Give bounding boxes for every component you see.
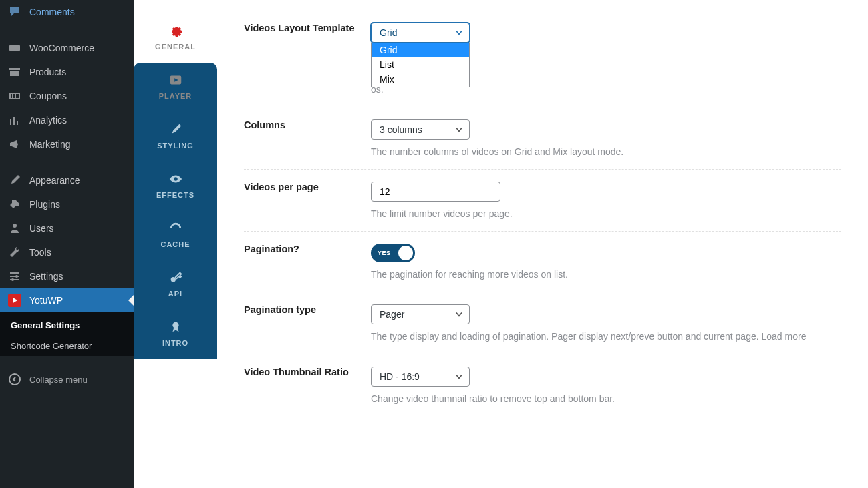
menu-appearance[interactable]: Appearance (0, 168, 134, 192)
play-icon (8, 294, 21, 307)
pagination-toggle[interactable]: YES (371, 244, 415, 262)
tab-label: CACHE (160, 240, 190, 248)
svg-point-1 (13, 224, 17, 228)
menu-label: Users (29, 223, 54, 234)
pagination-type-select[interactable]: Pager (371, 304, 470, 324)
chart-icon (8, 113, 21, 127)
menu-woocommerce[interactable]: WooCommerce (0, 36, 134, 60)
option-list[interactable]: List (372, 57, 469, 72)
option-mix[interactable]: Mix (372, 72, 469, 87)
menu-analytics[interactable]: Analytics (0, 108, 134, 132)
svg-point-8 (172, 322, 178, 328)
svg-point-2 (11, 272, 14, 274)
tab-label: EFFECTS (156, 191, 194, 199)
field-label: Pagination? (244, 244, 371, 280)
svg-point-4 (11, 278, 14, 281)
field-desc: The pagination for reaching more videos … (371, 269, 841, 280)
toggle-knob (398, 246, 413, 260)
tab-player[interactable]: PLAYER (134, 63, 217, 112)
key-icon (168, 270, 184, 286)
megaphone-icon (8, 138, 21, 151)
sliders-icon (8, 270, 21, 283)
select-value[interactable]: Grid (371, 23, 470, 43)
menu-tools[interactable]: Tools (0, 240, 134, 264)
select-value[interactable]: 3 columns (371, 119, 470, 140)
menu-label: Coupons (29, 91, 67, 101)
brush-icon (168, 121, 184, 138)
toggle-state: YES (378, 250, 391, 256)
perpage-input[interactable] (371, 182, 500, 202)
menu-label: Appearance (29, 175, 80, 186)
svg-point-7 (170, 277, 175, 282)
gear-icon (168, 23, 184, 39)
tab-label: STYLING (157, 142, 194, 150)
row-thumb-ratio: Video Thumbnail Ratio HD - 16:9 Change v… (244, 354, 841, 416)
yotu-tabs: GENERAL PLAYER STYLING EFFECTS CACHE API… (134, 0, 217, 488)
collapse-label: Collapse menu (29, 375, 88, 385)
tab-effects[interactable]: EFFECTS (134, 162, 217, 211)
menu-coupons[interactable]: Coupons (0, 84, 134, 108)
comment-icon (8, 5, 21, 19)
submenu-shortcode-generator[interactable]: Shortcode Generator (0, 336, 134, 356)
row-pagination: Pagination? YES The pagination for reach… (244, 232, 841, 292)
menu-plugins[interactable]: Plugins (0, 192, 134, 216)
menu-label: YotuWP (29, 295, 63, 306)
tab-label: GENERAL (155, 43, 196, 51)
svg-point-5 (9, 374, 20, 385)
menu-marketing[interactable]: Marketing (0, 132, 134, 156)
tab-intro[interactable]: INTRO (134, 310, 217, 359)
select-value[interactable]: HD - 16:9 (371, 367, 470, 387)
menu-label: Settings (29, 271, 63, 282)
row-columns: Columns 3 columns The number columns of … (244, 107, 841, 170)
svg-rect-0 (9, 45, 20, 51)
user-icon (8, 222, 21, 235)
menu-label: Comments (29, 7, 75, 17)
award-icon (168, 319, 184, 335)
tab-label: INTRO (162, 339, 188, 347)
field-label: Videos Layout Template (244, 23, 371, 95)
layout-select[interactable]: Grid Grid List Mix (371, 23, 470, 43)
select-value[interactable]: Pager (371, 304, 470, 324)
collapse-menu[interactable]: Collapse menu (0, 366, 134, 393)
row-pagination-type: Pagination type Pager The type display a… (244, 292, 841, 354)
menu-label: Products (29, 67, 66, 77)
eye-icon (168, 171, 184, 187)
menu-label: Analytics (29, 115, 67, 126)
svg-point-3 (15, 275, 18, 278)
menu-yotuwp[interactable]: YotuWP (0, 288, 134, 312)
thumb-ratio-select[interactable]: HD - 16:9 (371, 367, 470, 387)
submenu-general-settings[interactable]: General Settings (0, 312, 134, 336)
tab-general[interactable]: GENERAL (134, 13, 217, 63)
option-grid[interactable]: Grid (372, 43, 469, 57)
archive-icon (8, 65, 21, 79)
field-label: Columns (244, 119, 371, 157)
wrench-icon (8, 246, 21, 259)
field-desc: The number columns of videos on Grid and… (371, 146, 841, 157)
field-label: Pagination type (244, 304, 371, 342)
row-videos-per-page: Videos per page The limit number videos … (244, 170, 841, 232)
ticket-icon (8, 89, 21, 103)
menu-users[interactable]: Users (0, 216, 134, 240)
wp-admin-sidebar: Comments WooCommerce Products Coupons An… (0, 0, 134, 488)
layout-dropdown: Grid List Mix (371, 43, 470, 87)
collapse-icon (8, 373, 21, 386)
plugin-icon (8, 198, 21, 211)
brush-icon (8, 174, 21, 187)
play-square-icon (168, 72, 184, 88)
columns-select[interactable]: 3 columns (371, 119, 470, 140)
field-desc: The type display and loading of paginati… (371, 331, 841, 342)
menu-label: Marketing (29, 139, 70, 150)
settings-panel: Videos Layout Template Grid Grid List Mi… (217, 0, 868, 488)
tab-label: PLAYER (159, 92, 192, 100)
tab-cache[interactable]: CACHE (134, 211, 217, 260)
row-layout-template: Videos Layout Template Grid Grid List Mi… (244, 19, 841, 107)
tab-styling[interactable]: STYLING (134, 112, 217, 162)
menu-products[interactable]: Products (0, 60, 134, 84)
tab-api[interactable]: API (134, 260, 217, 310)
menu-comments[interactable]: Comments (0, 0, 134, 24)
dashboard-icon (168, 220, 184, 236)
woocommerce-icon (8, 41, 21, 55)
field-label: Video Thumbnail Ratio (244, 367, 371, 404)
menu-settings[interactable]: Settings (0, 264, 134, 288)
menu-label: WooCommerce (29, 43, 94, 53)
